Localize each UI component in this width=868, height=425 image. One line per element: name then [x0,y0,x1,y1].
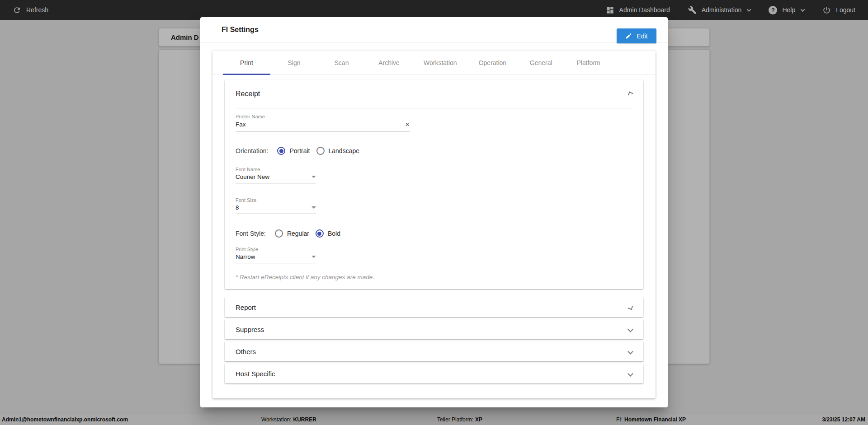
font-size-label: Font Size [236,197,316,203]
report-panel-header[interactable]: Report [225,297,643,317]
receipt-panel-body: Printer Name Fax × Orientation: Portrait [225,108,643,289]
dialog-header: FI Settings Edit [200,17,668,43]
radio-bold-label: Bold [328,230,340,237]
admin-dashboard-button[interactable]: Admin Dashboard [606,6,670,14]
tab-sign[interactable]: Sign [270,51,318,75]
radio-portrait[interactable]: Portrait [277,147,310,155]
administration-menu[interactable]: Administration [688,6,751,14]
report-panel: Report [225,297,643,317]
statusbar-workstation: Workstation:KURRER [261,416,316,423]
teller-platform-label: Teller Platform: [437,416,473,423]
receipt-panel-title: Receipt [236,90,260,98]
others-panel-header[interactable]: Others [225,341,643,361]
print-style-label: Print Style [236,247,316,252]
chevron-down-icon [747,7,751,12]
radio-portrait-label: Portrait [289,147,310,154]
suppress-panel: Suppress [225,319,643,339]
printer-name-field: Printer Name Fax × [236,114,410,131]
dropdown-arrow-icon[interactable] [311,206,316,209]
topbar-nav: Admin Dashboard Administration ? Help Lo… [606,6,855,14]
printer-name-input[interactable]: Fax × [236,119,410,131]
clear-icon[interactable]: × [405,121,410,128]
tab-archive[interactable]: Archive [365,51,413,75]
help-label: Help [782,6,795,14]
dropdown-arrow-icon[interactable] [311,256,316,258]
refresh-icon [13,6,21,14]
orientation-label: Orientation: [236,147,268,154]
refresh-button[interactable]: Refresh [13,6,48,14]
statusbar-timestamp: 3/23/25 12:07 AM [822,416,865,423]
collapse-icon [628,91,633,97]
background-page-title: Admin D [171,33,199,41]
others-panel: Others [225,341,643,361]
host-specific-panel: Host Specific [225,364,643,383]
radio-unselected-icon [316,147,325,155]
tab-scan[interactable]: Scan [318,51,365,75]
print-settings-sections: Receipt Printer Name Fax × [212,75,656,383]
chevron-down-icon [627,349,633,355]
radio-selected-icon [316,229,324,238]
host-specific-panel-header[interactable]: Host Specific [225,364,643,383]
power-icon [822,6,831,14]
radio-regular-label: Regular [287,230,309,237]
tab-print[interactable]: Print [223,51,270,75]
font-style-label: Font Style: [236,230,266,237]
administration-label: Administration [702,6,742,14]
print-style-select[interactable]: Print Style Narrow [236,247,316,263]
printer-name-value: Fax [236,121,246,128]
logout-label: Logout [836,6,855,14]
dashboard-icon [606,6,614,14]
tab-workstation[interactable]: Workstation [413,51,468,75]
statusbar: Admin1@hometownfinancialxp.onmicrosoft.c… [0,414,868,425]
tab-platform[interactable]: Platform [565,51,612,75]
workstation-label: Workstation: [261,416,291,423]
tab-operation[interactable]: Operation [468,51,517,75]
settings-tabs: Print Sign Scan Archive Workstation Oper… [212,51,656,75]
radio-regular[interactable]: Regular [275,229,309,238]
font-name-select[interactable]: Font Name Courier New [236,167,316,183]
suppress-panel-header[interactable]: Suppress [225,319,643,339]
radio-landscape-label: Landscape [329,147,360,154]
printer-name-label: Printer Name [236,114,410,119]
teller-platform-value: XP [475,416,482,423]
settings-card: Print Sign Scan Archive Workstation Oper… [212,51,656,398]
font-name-label: Font Name [236,167,316,172]
tab-general[interactable]: General [517,51,565,75]
screen: Refresh Admin Dashboard Administration ?… [0,0,868,425]
restart-note: * Restart eReceipts client if any change… [236,274,632,289]
radio-selected-icon [277,147,285,155]
statusbar-user: Admin1@hometownfinancialxp.onmicrosoft.c… [2,416,128,423]
statusbar-fi: FI:Hometown Financial XP [616,416,686,423]
print-style-value: Narrow [236,253,255,260]
chevron-down-icon [801,7,805,12]
wrench-icon [688,6,697,14]
statusbar-teller-platform: Teller Platform:XP [437,416,482,423]
radio-unselected-icon [275,229,283,238]
report-panel-title: Report [236,304,256,311]
receipt-panel-header[interactable]: Receipt [225,80,643,108]
pencil-icon [625,33,632,39]
workstation-value: KURRER [293,416,316,423]
font-size-select[interactable]: Font Size 8 [236,197,316,214]
help-icon: ? [769,6,777,14]
font-name-value: Courier New [236,173,269,180]
edit-button[interactable]: Edit [617,28,656,43]
expand-icon [628,304,633,310]
radio-bold[interactable]: Bold [316,229,340,238]
fi-settings-dialog: FI Settings Edit Print Sign Scan Archive… [200,17,668,407]
admin-dashboard-label: Admin Dashboard [619,6,670,14]
chevron-down-icon [627,371,633,377]
others-panel-title: Others [236,348,256,355]
font-size-value: 8 [236,204,239,211]
host-specific-panel-title: Host Specific [236,370,275,378]
dropdown-arrow-icon[interactable] [311,176,316,178]
radio-landscape[interactable]: Landscape [316,147,360,155]
edit-button-label: Edit [637,33,647,40]
suppress-panel-title: Suppress [236,326,264,333]
help-menu[interactable]: ? Help [769,6,804,14]
font-style-group: Font Style: Regular Bold [236,229,632,238]
refresh-label: Refresh [26,6,48,14]
logout-button[interactable]: Logout [822,6,855,14]
chevron-down-icon [627,327,633,332]
fi-value: Hometown Financial XP [624,416,686,423]
